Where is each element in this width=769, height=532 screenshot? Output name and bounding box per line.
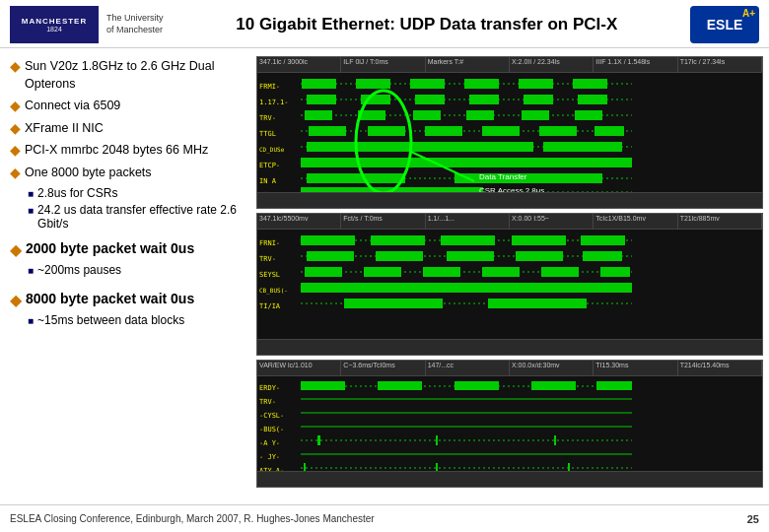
svg-text:ATY A-: ATY A- <box>259 467 284 471</box>
svg-rect-76 <box>344 299 443 308</box>
sub-sq-3: ■ <box>28 265 34 276</box>
logo-year: 1824 <box>46 26 62 33</box>
big-diamond-3: ◆ <box>10 291 22 309</box>
sub-sq-4: ■ <box>28 315 34 326</box>
scope-bot-h6: T214lc/15.40ms <box>678 361 762 375</box>
svg-text:ETCP-: ETCP- <box>259 162 280 169</box>
scope-mid: 347.1lc/5500mv Fct/s / T:0ms 1.1/...1...… <box>256 213 763 356</box>
scope-bot: VAR/EW lc/1.010 C~3.6ms/TcI0ms 147/...cc… <box>256 360 763 488</box>
right-panel: 347.1lc / 3000lc ILF 0lJ / T:0ms Markers… <box>256 52 769 498</box>
eslea-logo: ESLE A+ <box>690 6 759 43</box>
footer-text: ESLEA Closing Conference, Edinburgh, Mar… <box>10 513 375 524</box>
svg-text:- JY-: - JY- <box>259 453 280 461</box>
scope-mid-h6: T21lc/885mv <box>678 214 762 229</box>
scope-bot-h5: TI15.30ms <box>594 361 677 375</box>
big-diamond-2: ◆ <box>10 240 22 259</box>
sub-bullet-4: ■ ~15ms between data blocks <box>28 313 246 327</box>
svg-text:IN A: IN A <box>259 177 277 185</box>
scope-mid-header: 347.1lc/5500mv Fct/s / T:0ms 1.1/...1...… <box>257 214 762 230</box>
scope-bot-svg: ERDY- TRV- -CYSL- -BUS(- -A Y- <box>257 376 762 471</box>
sub-sq-2: ■ <box>28 205 34 216</box>
svg-rect-83 <box>454 381 499 390</box>
scope-top-svg: FRMI- 1.17.1- TRV- <box>257 73 762 192</box>
svg-text:1.17.1-: 1.17.1- <box>259 99 289 106</box>
sub-text-3: ~200ms pauses <box>37 263 121 277</box>
big-text-3: 8000 byte packet wait 0us <box>26 291 194 306</box>
scope-bot-header: VAR/EW lc/1.010 C~3.6ms/TcI0ms 147/...cc… <box>257 361 762 376</box>
sub-text-2: 24.2 us data transfer effective rate 2.6… <box>37 203 246 231</box>
svg-text:TTGL: TTGL <box>259 130 276 138</box>
page-title: 10 Gigabit Ethernet: UDP Data transfer o… <box>164 15 690 34</box>
svg-text:FRNI-: FRNI- <box>259 239 280 247</box>
manchester-logo: MANCHESTER 1824 <box>10 6 99 43</box>
svg-text:FRMI-: FRMI- <box>259 83 280 91</box>
scope-bot-footer <box>257 471 762 487</box>
svg-rect-18 <box>305 110 332 120</box>
eslea-label: ESLE <box>707 17 743 33</box>
sub-bullet-3: ■ ~200ms pauses <box>28 263 246 277</box>
svg-text:CB_BUS(-: CB_BUS(- <box>259 287 288 295</box>
scope-mid-footer <box>257 339 762 355</box>
logo-area: MANCHESTER 1824 The Universityof Manches… <box>10 6 164 43</box>
svg-rect-53 <box>371 235 425 245</box>
bullet-text-1: Sun V20z 1.8GHz to 2.6 GHz Dual Opterons <box>25 58 246 93</box>
svg-rect-20 <box>413 110 441 120</box>
scope-top-h6: T17lc / 27.34ls <box>678 57 762 72</box>
scope-mid-svg: FRNI- TRV- SEYSL <box>257 230 762 339</box>
bullet-1: ◆ Sun V20z 1.8GHz to 2.6 GHz Dual Optero… <box>10 58 246 93</box>
svg-rect-79 <box>257 376 762 471</box>
svg-text:TRV-: TRV- <box>259 255 276 263</box>
svg-text:TRV-: TRV- <box>259 114 276 122</box>
scope-bot-h3: 147/...cc <box>426 361 510 375</box>
bullet-text-4: PCI-X mmrbc 2048 bytes 66 MHz <box>25 142 208 160</box>
section3-title: ◆ 8000 byte packet wait 0us <box>10 291 246 309</box>
bullet-diamond-5: ◆ <box>10 165 21 180</box>
scope-mid-h2: Fct/s / T:0ms <box>341 214 425 229</box>
svg-text:-CYSL-: -CYSL- <box>259 412 284 420</box>
bullet-text-2: Connect via 6509 <box>25 98 120 115</box>
scope-top-footer <box>257 192 762 208</box>
university-text: The Universityof Manchester <box>106 13 164 35</box>
svg-text:TRV-: TRV- <box>259 398 276 406</box>
scope-mid-h5: TcIc1X/B15.0mv <box>594 214 677 229</box>
bullet-diamond-3: ◆ <box>10 120 21 136</box>
svg-rect-38 <box>301 158 632 167</box>
bullet-4: ◆ PCI-X mmrbc 2048 bytes 66 MHz <box>10 142 246 160</box>
big-text-2: 2000 byte packet wait 0us <box>26 240 194 256</box>
svg-text:CSR Access 2.8us: CSR Access 2.8us <box>479 186 544 192</box>
svg-rect-71 <box>600 267 630 277</box>
bullet-text-5: One 8000 byte packets <box>25 165 152 182</box>
svg-rect-22 <box>522 110 549 120</box>
sub-bullet-1: ■ 2.8us for CSRs <box>28 186 246 200</box>
svg-text:Data Transfer: Data Transfer <box>479 172 527 181</box>
svg-text:ERDY-: ERDY- <box>259 384 280 392</box>
page-header: MANCHESTER 1824 The Universityof Manches… <box>0 0 769 48</box>
scope-top: 347.1lc / 3000lc ILF 0lJ / T:0ms Markers… <box>256 56 763 209</box>
scope-mid-h1: 347.1lc/5500mv <box>257 214 341 229</box>
scope-bot-h2: C~3.6ms/TcI0ms <box>341 361 425 375</box>
scope-top-h3: Markers T:# <box>426 57 510 72</box>
main-content: ◆ Sun V20z 1.8GHz to 2.6 GHz Dual Optero… <box>0 48 769 501</box>
scope-mid-h4: X:0.00 I:55~ <box>510 214 594 229</box>
svg-rect-74 <box>301 283 632 293</box>
eslea-plus: A+ <box>742 8 755 19</box>
sub-sq-1: ■ <box>28 188 34 199</box>
section2-title: ◆ 2000 byte packet wait 0us <box>10 240 246 259</box>
bullet-diamond-1: ◆ <box>10 58 21 74</box>
scope-mid-h3: 1.1/...1... <box>426 214 510 229</box>
bullet-5: ◆ One 8000 byte packets <box>10 165 246 182</box>
bullet-2: ◆ Connect via 6509 <box>10 98 246 115</box>
svg-text:CD_DUSe: CD_DUSe <box>259 146 285 154</box>
svg-text:TI/IA: TI/IA <box>259 302 281 310</box>
left-panel: ◆ Sun V20z 1.8GHz to 2.6 GHz Dual Optero… <box>0 52 256 498</box>
bullet-3: ◆ XFrame II NIC <box>10 120 246 138</box>
sub-text-1: 2.8us for CSRs <box>37 186 117 200</box>
svg-text:SEYSL: SEYSL <box>259 271 280 279</box>
svg-text:-A Y-: -A Y- <box>259 439 280 447</box>
bullet-diamond-2: ◆ <box>10 98 21 113</box>
bullet-diamond-4: ◆ <box>10 142 21 158</box>
sub-text-4: ~15ms between data blocks <box>37 313 184 327</box>
page-number: 25 <box>747 513 759 525</box>
page-footer: ESLEA Closing Conference, Edinburgh, Mar… <box>0 504 769 532</box>
scope-top-h4: X:2.0II / 22.34ls <box>510 57 594 72</box>
